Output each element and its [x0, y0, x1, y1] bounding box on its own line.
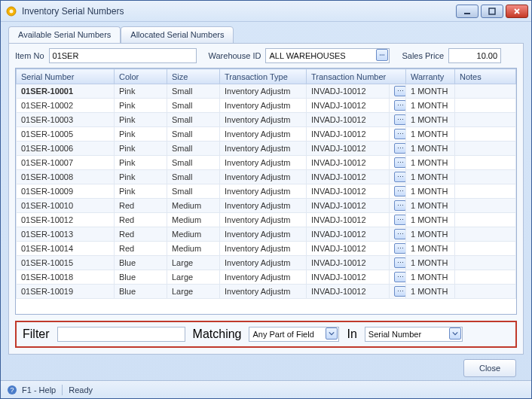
table-row[interactable]: 01SER-10007PinkSmallInventory AdjustmINV…: [17, 156, 516, 170]
warehouse-value[interactable]: [265, 48, 390, 63]
ellipsis-button[interactable]: ⋯: [394, 86, 406, 96]
cell: 1 MONTH: [406, 127, 455, 142]
ellipsis-button[interactable]: ⋯: [394, 157, 406, 168]
minimize-button[interactable]: [456, 5, 478, 18]
col-transaction-number[interactable]: Transaction Number: [307, 69, 406, 84]
lookup-cell[interactable]: ⋯: [390, 84, 406, 99]
col-notes[interactable]: Notes: [455, 69, 516, 84]
cell: Red: [115, 213, 167, 227]
status-bar: ? F1 - Help Ready: [1, 380, 531, 398]
in-label: In: [347, 327, 356, 341]
lookup-cell[interactable]: ⋯: [390, 113, 406, 127]
ellipsis-button[interactable]: ⋯: [394, 114, 406, 125]
cell: 01SER-10012: [17, 213, 115, 227]
cell: 1 MONTH: [406, 242, 455, 256]
cell: INVADJ-10012: [307, 156, 390, 170]
cell: Small: [167, 84, 220, 99]
ellipsis-button[interactable]: ⋯: [394, 229, 406, 239]
col-transaction-type[interactable]: Transaction Type: [220, 69, 307, 84]
col-serial-number[interactable]: Serial Number: [17, 69, 115, 84]
lookup-cell[interactable]: ⋯: [390, 199, 406, 213]
help-icon[interactable]: ?: [7, 385, 17, 395]
cell: 1 MONTH: [406, 170, 455, 184]
table-row[interactable]: 01SER-10008PinkSmallInventory AdjustmINV…: [17, 170, 516, 184]
cell: [455, 270, 516, 285]
lookup-cell[interactable]: ⋯: [390, 142, 406, 156]
ellipsis-button[interactable]: ⋯: [394, 215, 406, 225]
close-button[interactable]: Close: [463, 359, 516, 377]
ellipsis-button[interactable]: ⋯: [394, 129, 406, 139]
table-row[interactable]: 01SER-10014RedMediumInventory AdjustmINV…: [17, 242, 516, 256]
table-row[interactable]: 01SER-10012RedMediumInventory AdjustmINV…: [17, 213, 516, 227]
lookup-cell[interactable]: ⋯: [390, 242, 406, 256]
ellipsis-button[interactable]: ⋯: [394, 243, 406, 254]
tab-allocated[interactable]: Allocated Serial Numbers: [121, 26, 234, 44]
cell: 01SER-10002: [17, 99, 115, 113]
ellipsis-button[interactable]: ⋯: [394, 186, 406, 196]
sales-price-input[interactable]: [448, 48, 501, 63]
cell: Small: [167, 184, 220, 199]
ellipsis-button[interactable]: ⋯: [394, 200, 406, 211]
cell: 1 MONTH: [406, 84, 455, 99]
cell: INVADJ-10012: [307, 84, 390, 99]
table-row[interactable]: 01SER-10018BlueLargeInventory AdjustmINV…: [17, 270, 516, 285]
serial-grid[interactable]: Serial Number Color Size Transaction Typ…: [15, 68, 517, 315]
lookup-cell[interactable]: ⋯: [390, 127, 406, 142]
cell: 01SER-10006: [17, 142, 115, 156]
lookup-cell[interactable]: ⋯: [390, 227, 406, 242]
table-row[interactable]: 01SER-10001PinkSmallInventory AdjustmINV…: [17, 84, 516, 99]
item-no-input[interactable]: [49, 48, 197, 63]
lookup-cell[interactable]: ⋯: [390, 184, 406, 199]
lookup-cell[interactable]: ⋯: [390, 170, 406, 184]
cell: [455, 142, 516, 156]
svg-rect-2: [464, 13, 470, 14]
ellipsis-button[interactable]: ⋯: [394, 143, 406, 154]
chevron-down-icon[interactable]: [449, 327, 461, 340]
lookup-cell[interactable]: ⋯: [390, 213, 406, 227]
table-row[interactable]: 01SER-10005PinkSmallInventory AdjustmINV…: [17, 127, 516, 142]
lookup-cell[interactable]: ⋯: [390, 285, 406, 299]
table-row[interactable]: 01SER-10002PinkSmallInventory AdjustmINV…: [17, 99, 516, 113]
table-row[interactable]: 01SER-10013RedMediumInventory AdjustmINV…: [17, 227, 516, 242]
cell: [455, 213, 516, 227]
ellipsis-button[interactable]: ⋯: [394, 100, 406, 111]
ellipsis-button[interactable]: ⋯: [394, 172, 406, 182]
chevron-down-icon[interactable]: [326, 327, 338, 340]
cell: 1 MONTH: [406, 99, 455, 113]
cell: INVADJ-10012: [307, 142, 390, 156]
ellipsis-button[interactable]: ⋯: [394, 272, 406, 282]
in-value[interactable]: [365, 327, 463, 342]
lookup-cell[interactable]: ⋯: [390, 270, 406, 285]
button-bar: Close: [8, 355, 524, 380]
lookup-cell[interactable]: ⋯: [390, 256, 406, 270]
matching-select[interactable]: [249, 327, 339, 342]
table-row[interactable]: 01SER-10015BlueLargeInventory AdjustmINV…: [17, 256, 516, 270]
warehouse-select[interactable]: [265, 48, 390, 63]
maximize-button[interactable]: [481, 5, 503, 18]
cell: 1 MONTH: [406, 256, 455, 270]
in-select[interactable]: [365, 327, 463, 342]
table-row[interactable]: 01SER-10009PinkSmallInventory AdjustmINV…: [17, 184, 516, 199]
lookup-cell[interactable]: ⋯: [390, 99, 406, 113]
col-size[interactable]: Size: [167, 69, 220, 84]
ellipsis-button[interactable]: ⋯: [394, 257, 406, 268]
col-warranty[interactable]: Warranty: [406, 69, 455, 84]
lookup-cell[interactable]: ⋯: [390, 156, 406, 170]
tab-available[interactable]: Available Serial Numbers: [8, 26, 121, 44]
close-window-button[interactable]: [506, 5, 528, 18]
col-color[interactable]: Color: [115, 69, 167, 84]
filter-input[interactable]: [57, 327, 185, 342]
ellipsis-button[interactable]: ⋯: [394, 286, 406, 297]
help-text[interactable]: F1 - Help: [22, 385, 56, 394]
table-row[interactable]: 01SER-10006PinkSmallInventory AdjustmINV…: [17, 142, 516, 156]
table-row[interactable]: 01SER-10010RedMediumInventory AdjustmINV…: [17, 199, 516, 213]
svg-text:?: ?: [10, 386, 14, 394]
cell: INVADJ-10012: [307, 242, 390, 256]
panel-available: Item No Warehouse ID Sales Price: [8, 43, 524, 355]
cell: Large: [167, 256, 220, 270]
svg-rect-3: [489, 8, 495, 14]
dropdown-icon[interactable]: [376, 49, 388, 61]
table-row[interactable]: 01SER-10019BlueLargeInventory AdjustmINV…: [17, 285, 516, 299]
table-row[interactable]: 01SER-10003PinkSmallInventory AdjustmINV…: [17, 113, 516, 127]
cell: [455, 99, 516, 113]
